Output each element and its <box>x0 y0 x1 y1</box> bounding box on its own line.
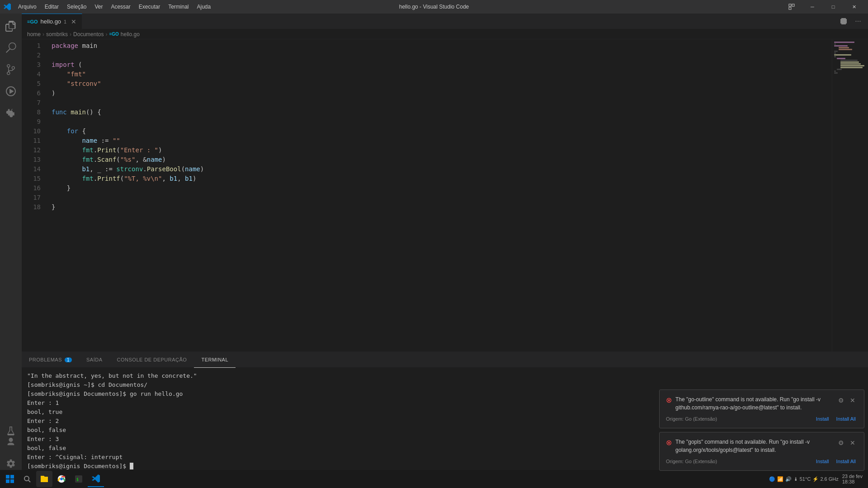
notification-1-install-all-button[interactable]: Install All <box>835 415 858 422</box>
code-line-13: fmt.Scanf("%s", &name) <box>52 155 832 164</box>
tray-cpu: ⚡ 2.6 GHz <box>812 476 838 482</box>
activity-source-control[interactable] <box>0 59 22 80</box>
menu-terminal[interactable]: Terminal <box>165 2 192 12</box>
activity-account[interactable] <box>0 431 22 453</box>
start-button[interactable] <box>2 471 18 487</box>
tray-icons: 🔵 📶 🔊 <box>769 476 792 482</box>
system-tray: 🔵 📶 🔊 🌡 51°C ⚡ 2.6 GHz 23 de fev18:38 <box>769 474 866 484</box>
notification-2-install-button[interactable]: Install <box>814 458 831 465</box>
notification-2-controls: ⚙ ✕ <box>836 438 858 448</box>
code-editor[interactable]: 1 2 3 4 5 6 7 8 9 10 11 12 13 14 15 16 1… <box>22 39 868 352</box>
taskbar-search[interactable] <box>19 471 35 487</box>
tab-close-button[interactable]: ✕ <box>71 18 76 25</box>
notification-2-text: The "gopls" command is not available. Ru… <box>675 438 832 454</box>
close-button[interactable]: ✕ <box>844 0 864 14</box>
activity-extensions[interactable] <box>0 102 22 124</box>
minimap <box>832 39 868 352</box>
menu-ajuda[interactable]: Ajuda <box>193 2 215 12</box>
tab-hello-go[interactable]: =GO hello.go 1 ✕ <box>22 14 82 29</box>
notifications-container: ⊗ The "go-outline" command is not availa… <box>656 386 868 474</box>
line-numbers: 1 2 3 4 5 6 7 8 9 10 11 12 13 14 15 16 1… <box>22 39 44 352</box>
notification-2-install-all-button[interactable]: Install All <box>835 458 858 465</box>
notification-2-footer: Origem: Go (Extensão) Install Install Al… <box>666 458 858 465</box>
tray-datetime: 23 de fev18:38 <box>842 474 863 484</box>
code-line-3: import ( <box>52 60 832 70</box>
vscode-icon <box>4 3 11 10</box>
code-content[interactable]: package main import ( "fmt" "strconv" ) … <box>44 39 832 352</box>
notification-2-header: ⊗ The "gopls" command is not available. … <box>666 438 858 454</box>
breadcrumb-home[interactable]: home <box>27 31 41 38</box>
panel-tab-terminal[interactable]: TERMINAL <box>194 352 236 368</box>
notification-2-close-button[interactable]: ✕ <box>848 438 858 448</box>
tab-label: hello.go <box>41 18 61 25</box>
code-line-14: b1, _ := strconv.ParseBool(name) <box>52 164 832 174</box>
tab-actions: ··· <box>837 15 868 28</box>
svg-point-8 <box>24 476 29 481</box>
titlebar: Arquivo Editar Seleção Ver Acessar Execu… <box>0 0 868 14</box>
menu-acessar[interactable]: Acessar <box>107 2 134 12</box>
code-line-2 <box>52 51 832 60</box>
error-icon-2: ⊗ <box>666 438 672 447</box>
activity-explorer[interactable] <box>0 15 22 37</box>
notification-1-actions: Install Install All <box>814 415 858 422</box>
code-line-1: package main <box>52 41 832 51</box>
code-line-11: name := "" <box>52 136 832 145</box>
breadcrumb-filename[interactable]: hello.go <box>121 31 140 38</box>
code-line-8: func main() { <box>52 108 832 117</box>
minimize-button[interactable]: ─ <box>802 0 823 14</box>
more-actions-button[interactable]: ··· <box>852 15 864 28</box>
taskbar-terminal[interactable]: $ <box>71 471 87 487</box>
menu-selecao[interactable]: Seleção <box>63 2 90 12</box>
svg-line-9 <box>28 480 30 482</box>
panel-tab-saida[interactable]: SAÍDA <box>79 352 110 368</box>
go-file-icon: =GO <box>27 19 38 24</box>
code-line-4: "fmt" <box>52 70 832 79</box>
notification-1-footer: Origem: Go (Extensão) Install Install Al… <box>666 415 858 422</box>
svg-rect-6 <box>6 479 9 483</box>
code-line-7 <box>52 98 832 108</box>
split-editor-button[interactable] <box>837 15 850 28</box>
menu-editar[interactable]: Editar <box>41 2 62 12</box>
maximize-button[interactable]: □ <box>823 0 844 14</box>
tray-temp: 🌡 51°C <box>793 476 811 482</box>
panel-tab-console[interactable]: CONSOLE DE DEPURAÇÃO <box>110 352 194 368</box>
layout-icon[interactable] <box>781 0 802 14</box>
svg-rect-3 <box>843 19 844 24</box>
notification-1-text: The "go-outline" command is not availabl… <box>675 395 832 412</box>
menu-arquivo[interactable]: Arquivo <box>14 2 40 12</box>
notification-1-settings-button[interactable]: ⚙ <box>836 395 846 405</box>
code-line-9 <box>52 117 832 127</box>
code-line-18: } <box>52 202 832 212</box>
code-line-5: "strconv" <box>52 79 832 89</box>
svg-rect-4 <box>6 475 9 479</box>
notification-2-settings-button[interactable]: ⚙ <box>836 438 846 448</box>
editor-area: =GO hello.go 1 ✕ ··· home › sombriks › <box>22 14 868 352</box>
terminal-line: "In the abstract, yes, but not in the co… <box>27 371 863 380</box>
taskbar-chrome[interactable] <box>53 471 70 487</box>
code-line-15: fmt.Printf("%T, %v\n", b1, b1) <box>52 174 832 183</box>
menu-ver[interactable]: Ver <box>91 2 106 12</box>
notification-2-source: Origem: Go (Extensão) <box>666 459 717 464</box>
notification-1-controls: ⚙ ✕ <box>836 395 858 405</box>
menu-executar[interactable]: Executar <box>135 2 164 12</box>
breadcrumb-sombriks[interactable]: sombriks <box>46 31 68 38</box>
taskbar-files[interactable] <box>36 471 52 487</box>
problems-badge: 1 <box>65 357 72 362</box>
activity-search[interactable] <box>0 37 22 59</box>
breadcrumb: home › sombriks › Documentos › =GO hello… <box>22 29 868 39</box>
code-line-16: } <box>52 183 832 193</box>
svg-rect-2 <box>789 7 791 9</box>
activity-run[interactable] <box>0 80 22 102</box>
code-line-17 <box>52 193 832 202</box>
notification-1-install-button[interactable]: Install <box>814 415 831 422</box>
notification-1-header: ⊗ The "go-outline" command is not availa… <box>666 395 858 412</box>
panel-tab-problemas[interactable]: PROBLEMAS 1 <box>22 352 79 368</box>
taskbar-vscode[interactable] <box>88 471 104 487</box>
window-title: hello.go - Visual Studio Code <box>399 4 469 10</box>
code-line-10: for { <box>52 127 832 136</box>
notification-1-close-button[interactable]: ✕ <box>848 395 858 405</box>
panel-tabs: PROBLEMAS 1 SAÍDA CONSOLE DE DEPURAÇÃO T… <box>22 352 868 368</box>
breadcrumb-documentos[interactable]: Documentos <box>73 31 104 38</box>
svg-rect-5 <box>10 475 14 479</box>
cursor <box>130 463 133 469</box>
